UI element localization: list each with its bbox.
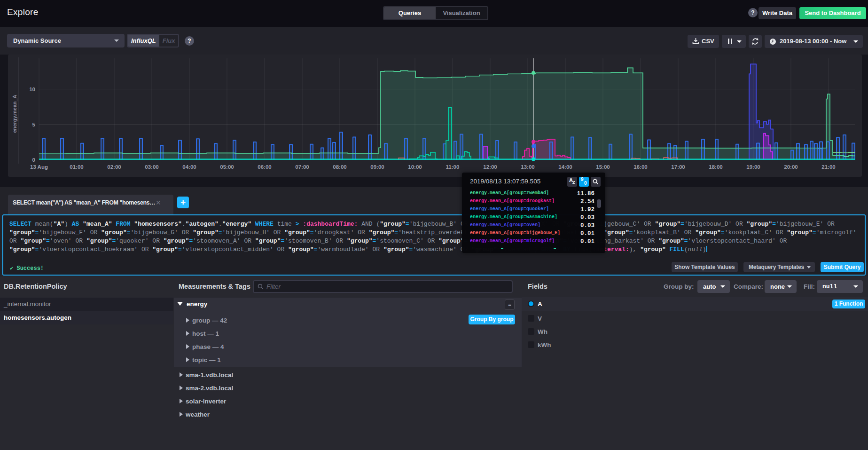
svg-text:15:00: 15:00 <box>596 164 610 170</box>
svg-text:10: 10 <box>29 87 35 92</box>
svg-text:18:00: 18:00 <box>709 164 722 170</box>
svg-text:05:00: 05:00 <box>220 164 234 170</box>
svg-text:06:00: 06:00 <box>258 164 271 170</box>
svg-text:21:00: 21:00 <box>821 164 835 170</box>
svg-text:20:00: 20:00 <box>784 164 798 170</box>
svg-text:07:00: 07:00 <box>295 164 309 170</box>
svg-text:13 Aug: 13 Aug <box>30 164 48 170</box>
svg-text:03:00: 03:00 <box>145 164 158 170</box>
svg-text:02:00: 02:00 <box>107 164 121 170</box>
svg-text:11:00: 11:00 <box>446 164 460 170</box>
svg-text:0: 0 <box>32 157 35 163</box>
svg-text:17:00: 17:00 <box>671 164 685 170</box>
svg-text:08:00: 08:00 <box>333 164 346 170</box>
svg-text:09:00: 09:00 <box>370 164 384 170</box>
svg-text:14:00: 14:00 <box>558 164 572 170</box>
svg-text:12:00: 12:00 <box>483 164 497 170</box>
svg-text:04:00: 04:00 <box>182 164 196 170</box>
svg-text:13:00: 13:00 <box>521 164 534 170</box>
svg-text:10:00: 10:00 <box>408 164 422 170</box>
svg-text:5: 5 <box>32 122 36 127</box>
svg-text:16:00: 16:00 <box>633 164 647 170</box>
svg-text:01:00: 01:00 <box>70 164 83 170</box>
svg-text:19:00: 19:00 <box>746 164 760 170</box>
